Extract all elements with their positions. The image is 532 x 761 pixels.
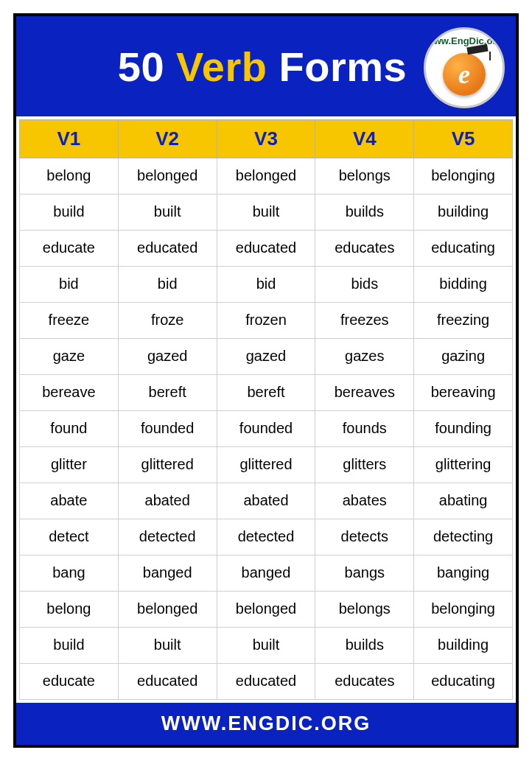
table-cell: build xyxy=(20,628,119,664)
table-cell: banged xyxy=(217,555,315,592)
table-cell: banged xyxy=(118,555,217,592)
table-row: belongbelongedbelongedbelongsbelonging xyxy=(20,158,513,194)
logo-text: www.EngDic.org xyxy=(427,35,503,46)
table-cell: belonging xyxy=(414,592,513,628)
table-cell: abated xyxy=(217,483,315,519)
column-header-v1: V1 xyxy=(20,120,119,158)
table-cell: glittering xyxy=(414,447,513,483)
table-cell: built xyxy=(118,628,217,664)
table-cell: builds xyxy=(315,628,414,664)
footer-banner: WWW.ENGDIC.ORG xyxy=(16,703,516,745)
table-cell: educated xyxy=(118,664,217,700)
table-cell: founded xyxy=(118,411,217,447)
table-cell: educating xyxy=(414,664,513,700)
table-cell: builds xyxy=(315,194,414,231)
table-cell: belongs xyxy=(315,592,414,628)
column-header-v3: V3 xyxy=(217,120,315,158)
table-cell: bangs xyxy=(315,555,414,592)
table-cell: educates xyxy=(315,664,414,700)
table-cell: belong xyxy=(20,158,119,194)
table-cell: gazed xyxy=(217,339,315,375)
table-cell: educated xyxy=(217,664,315,700)
table-cell: belonged xyxy=(217,592,315,628)
table-cell: gazes xyxy=(315,339,414,375)
table-cell: glitter xyxy=(20,447,119,483)
table-row: foundfoundedfoundedfoundsfounding xyxy=(20,411,513,447)
title-word-1: 50 xyxy=(118,43,164,90)
table-cell: bids xyxy=(315,267,414,303)
table-cell: bang xyxy=(20,555,119,592)
table-cell: frozen xyxy=(217,303,315,339)
table-cell: abated xyxy=(118,483,217,519)
table-cell: abating xyxy=(414,483,513,519)
column-header-v4: V4 xyxy=(315,120,414,158)
table-cell: froze xyxy=(118,303,217,339)
table-cell: built xyxy=(217,194,315,231)
table-cell: detects xyxy=(315,519,414,555)
table-cell: detected xyxy=(118,519,217,555)
header-banner: 50 Verb Forms www.EngDic.org xyxy=(16,16,516,116)
table-cell: gazing xyxy=(414,339,513,375)
table-row: educateeducatededucatededucateseducating xyxy=(20,664,513,700)
table-cell: founds xyxy=(315,411,414,447)
table-cell: educate xyxy=(20,664,119,700)
table-row: bangbangedbangedbangsbanging xyxy=(20,555,513,592)
table-cell: detect xyxy=(20,519,119,555)
column-header-v2: V2 xyxy=(118,120,217,158)
table-row: glitterglitteredglitteredglittersglitter… xyxy=(20,447,513,483)
title-word-3: Forms xyxy=(279,43,407,90)
table-cell: educate xyxy=(20,231,119,267)
table-cell: educated xyxy=(118,231,217,267)
table-cell: bid xyxy=(20,267,119,303)
table-row: buildbuiltbuiltbuildsbuilding xyxy=(20,628,513,664)
table-cell: belonging xyxy=(414,158,513,194)
footer-link-text: WWW.ENGDIC.ORG xyxy=(161,712,371,735)
table-row: educateeducatededucatededucateseducating xyxy=(20,231,513,267)
table-cell: freezes xyxy=(315,303,414,339)
table-cell: bereaves xyxy=(315,375,414,411)
table-row: detectdetecteddetecteddetectsdetecting xyxy=(20,519,513,555)
table-cell: educated xyxy=(217,231,315,267)
engdic-logo: www.EngDic.org xyxy=(424,27,505,108)
table-cell: detecting xyxy=(414,519,513,555)
inner-border: 50 Verb Forms www.EngDic.org V1 V2 xyxy=(13,13,519,748)
logo-e-icon xyxy=(443,53,486,96)
table-cell: educates xyxy=(315,231,414,267)
table-row: abateabatedabatedabatesabating xyxy=(20,483,513,519)
table-cell: gazed xyxy=(118,339,217,375)
table-cell: glittered xyxy=(118,447,217,483)
table-row: gazegazedgazedgazesgazing xyxy=(20,339,513,375)
table-cell: belonged xyxy=(217,158,315,194)
table-cell: belonged xyxy=(118,158,217,194)
table-cell: belong xyxy=(20,592,119,628)
table-cell: built xyxy=(118,194,217,231)
table-cell: bid xyxy=(217,267,315,303)
table-cell: freeze xyxy=(20,303,119,339)
table-cell: abate xyxy=(20,483,119,519)
table-cell: belongs xyxy=(315,158,414,194)
table-row: bidbidbidbidsbidding xyxy=(20,267,513,303)
table-cell: abates xyxy=(315,483,414,519)
table-cell: banging xyxy=(414,555,513,592)
column-header-v5: V5 xyxy=(414,120,513,158)
table-cell: building xyxy=(414,628,513,664)
table-cell: build xyxy=(20,194,119,231)
table-cell: bid xyxy=(118,267,217,303)
verb-forms-table: V1 V2 V3 V4 V5 belongbelongedbelongedbel… xyxy=(19,119,513,700)
table-cell: bereave xyxy=(20,375,119,411)
graduation-cap-icon xyxy=(467,46,489,59)
table-cell: glitters xyxy=(315,447,414,483)
table-cell: bidding xyxy=(414,267,513,303)
table-cell: founding xyxy=(414,411,513,447)
table-cell: found xyxy=(20,411,119,447)
table-row: belongbelongedbelongedbelongsbelonging xyxy=(20,592,513,628)
table-cell: building xyxy=(414,194,513,231)
table-cell: freezing xyxy=(414,303,513,339)
title-word-2: Verb xyxy=(176,43,267,90)
table-cell: built xyxy=(217,628,315,664)
table-cell: founded xyxy=(217,411,315,447)
table-cell: educating xyxy=(414,231,513,267)
table-cell: gaze xyxy=(20,339,119,375)
page-frame: 50 Verb Forms www.EngDic.org V1 V2 xyxy=(0,0,532,761)
table-row: bereavebereftbereftbereavesbereaving xyxy=(20,375,513,411)
